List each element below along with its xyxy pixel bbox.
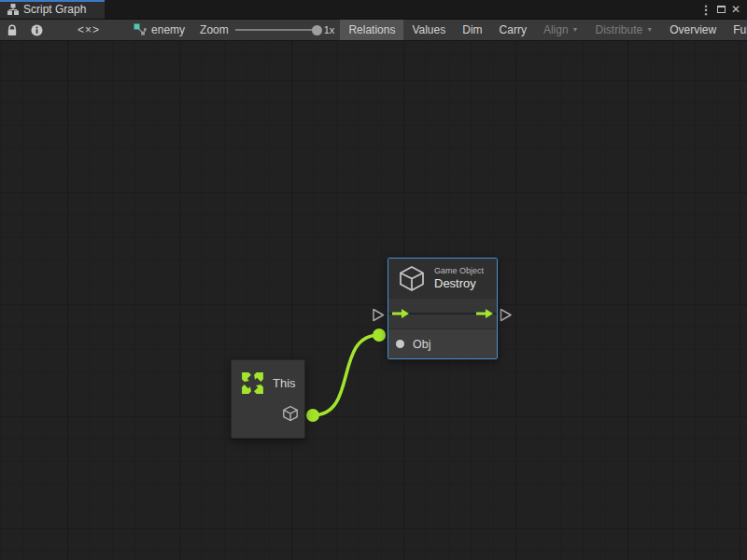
tab-active-indicator xyxy=(0,0,105,2)
window-maximize-button[interactable] xyxy=(713,0,728,19)
wires-layer xyxy=(0,41,747,560)
button-label: Dim xyxy=(462,23,482,36)
zoom-control: Zoom 1x xyxy=(194,20,340,40)
lock-icon xyxy=(7,24,18,36)
node-title: Destroy xyxy=(434,276,484,291)
this-node-header: This xyxy=(232,360,304,396)
destroy-node-titles: Game Object Destroy xyxy=(434,266,484,292)
relations-toggle[interactable]: Relations xyxy=(340,20,403,40)
zoom-label: Zoom xyxy=(200,23,229,36)
button-label: Values xyxy=(412,23,445,36)
button-label: Overview xyxy=(669,23,716,36)
wire-destination-dot[interactable] xyxy=(373,329,386,342)
align-dropdown[interactable]: Align▼ xyxy=(535,20,587,40)
chevron-down-icon: ▼ xyxy=(646,26,653,33)
button-label: Full Screen xyxy=(733,23,747,36)
zoom-slider-handle[interactable] xyxy=(312,25,322,35)
window-close-button[interactable]: ✕ xyxy=(728,0,743,19)
tab-bar: Script Graph ⋮ ✕ xyxy=(0,0,747,19)
code-preview-button[interactable]: <×> xyxy=(49,20,128,40)
full-screen-button[interactable]: Full Screen xyxy=(725,20,747,40)
zoom-value: 1x xyxy=(324,24,335,35)
obj-input-port[interactable] xyxy=(396,340,404,348)
this-node[interactable]: This xyxy=(231,359,305,439)
window-menu-button[interactable]: ⋮ xyxy=(698,0,713,19)
graph-reference[interactable]: enemy xyxy=(128,20,194,40)
info-button[interactable] xyxy=(24,20,49,40)
control-input-arrow-icon[interactable] xyxy=(392,308,409,319)
destroy-node-header[interactable]: Game Object Destroy xyxy=(388,259,497,299)
button-label: Distribute xyxy=(596,23,643,36)
distribute-dropdown[interactable]: Distribute▼ xyxy=(587,20,662,40)
wire-source-dot[interactable] xyxy=(306,409,319,422)
script-graph-window: Script Graph ⋮ ✕ <×> xyxy=(0,0,747,560)
game-object-output-icon[interactable] xyxy=(282,405,299,422)
graph-canvas[interactable]: Game Object Destroy Obj xyxy=(0,41,747,560)
dim-toggle[interactable]: Dim xyxy=(454,20,490,40)
button-label: Carry xyxy=(500,23,527,36)
control-output-arrow-icon[interactable] xyxy=(476,308,493,319)
obj-port-label: Obj xyxy=(413,338,430,351)
tab-title: Script Graph xyxy=(23,3,86,16)
script-graph-asset-icon xyxy=(134,23,147,36)
control-output-triangle[interactable] xyxy=(501,310,512,321)
overview-button[interactable]: Overview xyxy=(661,20,725,40)
game-object-cube-icon xyxy=(398,265,426,292)
control-flow-row xyxy=(388,299,497,329)
chevron-down-icon: ▼ xyxy=(572,26,579,33)
this-node-title: This xyxy=(273,376,296,390)
button-label: Relations xyxy=(348,23,395,36)
carry-toggle[interactable]: Carry xyxy=(491,20,535,40)
zoom-slider[interactable] xyxy=(235,29,317,31)
node-category: Game Object xyxy=(434,266,484,276)
this-self-icon xyxy=(240,371,265,396)
values-toggle[interactable]: Values xyxy=(403,20,454,40)
graph-toolbar: <×> enemy Zoom 1x Relations Values Dim C… xyxy=(0,19,747,41)
control-input-triangle[interactable] xyxy=(374,310,384,321)
obj-port-row[interactable]: Obj xyxy=(388,329,497,358)
tab-script-graph[interactable]: Script Graph xyxy=(0,0,105,19)
maximize-icon xyxy=(717,6,726,13)
connection-wire[interactable] xyxy=(313,335,379,415)
tabbar-spacer xyxy=(105,0,698,19)
graph-name-label: enemy xyxy=(151,23,185,36)
graph-hierarchy-icon xyxy=(7,4,19,15)
info-icon xyxy=(31,24,43,36)
button-label: Align xyxy=(543,23,569,36)
lock-button[interactable] xyxy=(0,20,24,40)
destroy-node[interactable]: Game Object Destroy Obj xyxy=(388,258,498,359)
